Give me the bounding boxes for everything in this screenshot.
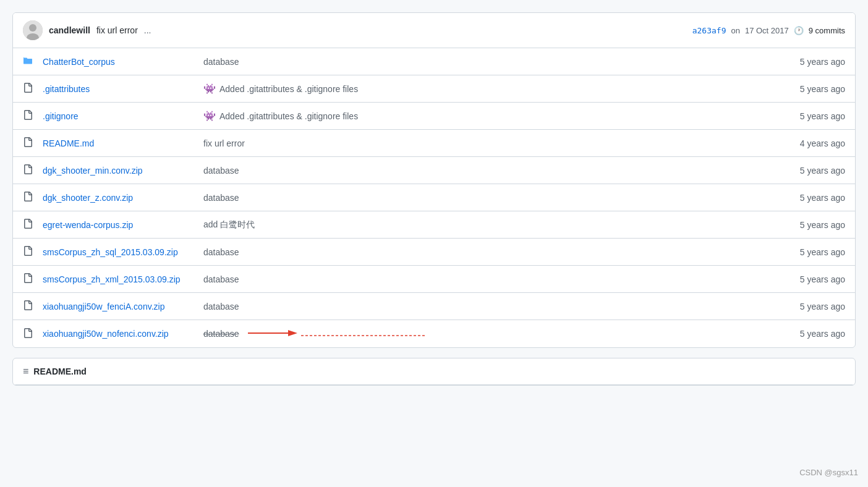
table-row: smsCorpus_zh_xml_2015.03.09.zipdatabase5…	[13, 266, 855, 293]
commit-msg-link[interactable]: database	[203, 57, 239, 67]
file-name: dgk_shooter_min.conv.zip	[43, 166, 203, 176]
commit-date: 17 Oct 2017	[745, 26, 789, 35]
file-icon	[23, 137, 38, 149]
file-name-link[interactable]: dgk_shooter_min.conv.zip	[43, 166, 143, 176]
commit-message-cell: 👾Added .gitattributes & .gitignore files	[203, 110, 771, 122]
commit-message-cell: add 白鹭时代	[203, 219, 771, 231]
svg-point-1	[29, 24, 36, 32]
readme-box: ≡ README.md	[12, 358, 856, 386]
file-icon	[23, 110, 38, 122]
commit-msg-text: database	[203, 329, 239, 339]
file-icon	[23, 83, 38, 95]
commit-message-cell: database	[203, 166, 771, 176]
table-row: dgk_shooter_z.conv.zipdatabase5 years ag…	[13, 184, 855, 211]
commit-msg-link[interactable]: database	[203, 166, 239, 176]
file-name: xiaohuangji50w_nofenci.conv.zip	[43, 329, 203, 339]
list-icon: ≡	[23, 366, 28, 377]
file-age: 5 years ago	[771, 329, 845, 339]
repo-header-right: a263af9 on 17 Oct 2017 🕐 9 commits	[692, 26, 845, 35]
file-name-link[interactable]: xiaohuangji50w_nofenci.conv.zip	[43, 329, 169, 339]
file-icon	[23, 300, 38, 312]
file-age: 5 years ago	[771, 220, 845, 230]
file-name-link[interactable]: xiaohuangji50w_fenciA.conv.zip	[43, 302, 164, 311]
commit-hash[interactable]: a263af9	[692, 26, 726, 35]
commit-msg-link[interactable]: Added .gitattributes & .gitignore files	[219, 84, 358, 94]
commit-msg-link[interactable]: add 白鹭时代	[203, 219, 255, 231]
file-name-link[interactable]: ChatterBot_corpus	[43, 57, 115, 67]
file-icon	[23, 219, 38, 231]
commit-message-cell: database	[203, 57, 771, 67]
commit-message-cell: database	[203, 302, 771, 311]
table-row: egret-wenda-corpus.zipadd 白鹭时代5 years ag…	[13, 211, 855, 239]
commit-msg-link[interactable]: database	[203, 193, 239, 203]
table-row: .gitignore👾Added .gitattributes & .gitig…	[13, 103, 855, 130]
file-name-link[interactable]: README.md	[43, 138, 94, 148]
file-list: ChatterBot_corpusdatabase5 years ago .gi…	[13, 48, 855, 347]
file-icon	[23, 246, 38, 258]
readme-title: README.md	[33, 366, 87, 376]
table-row: smsCorpus_zh_sql_2015.03.09.zipdatabase5…	[13, 239, 855, 266]
file-name-link[interactable]: smsCorpus_zh_sql_2015.03.09.zip	[43, 247, 178, 257]
commit-message-cell: database	[203, 328, 771, 341]
commit-date-prefix: on	[731, 26, 739, 35]
commit-message-cell: database	[203, 274, 771, 284]
history-icon: 🕐	[794, 26, 804, 35]
file-icon	[23, 273, 38, 285]
file-name: smsCorpus_zh_xml_2015.03.09.zip	[43, 274, 203, 284]
file-name-link[interactable]: .gitattributes	[43, 84, 90, 94]
red-arrow-annotation	[248, 328, 297, 341]
table-row: ChatterBot_corpusdatabase5 years ago	[13, 48, 855, 75]
commits-button[interactable]: 9 commits	[809, 26, 845, 35]
commit-msg-link[interactable]: database	[203, 274, 239, 284]
repo-file-browser: candlewill fix url error ... a263af9 on …	[12, 12, 856, 348]
commit-message-cell: 👾Added .gitattributes & .gitignore files	[203, 83, 771, 95]
file-icon	[23, 192, 38, 203]
file-icon	[23, 164, 38, 176]
file-name: smsCorpus_zh_sql_2015.03.09.zip	[43, 247, 203, 257]
file-name-link[interactable]: .gitignore	[43, 111, 79, 121]
commit-msg-link[interactable]: Added .gitattributes & .gitignore files	[219, 111, 358, 121]
file-name: README.md	[43, 138, 203, 148]
repo-header-left: candlewill fix url error ...	[23, 20, 692, 40]
commit-message-cell: database	[203, 193, 771, 203]
file-name-link[interactable]: egret-wenda-corpus.zip	[43, 220, 133, 230]
commit-emoji-icon: 👾	[203, 83, 216, 95]
table-row: dgk_shooter_min.conv.zipdatabase5 years …	[13, 157, 855, 184]
file-name: .gitignore	[43, 111, 203, 121]
file-age: 5 years ago	[771, 166, 845, 176]
file-age: 5 years ago	[771, 247, 845, 257]
commit-message-cell: database	[203, 247, 771, 257]
file-name-link[interactable]: dgk_shooter_z.conv.zip	[43, 193, 133, 203]
commit-author[interactable]: candlewill	[49, 25, 90, 35]
file-age: 5 years ago	[771, 111, 845, 121]
commit-msg-link[interactable]: fix url error	[203, 138, 245, 148]
commit-message-cell: fix url error	[203, 138, 771, 148]
file-name: egret-wenda-corpus.zip	[43, 220, 203, 230]
folder-icon	[23, 56, 38, 67]
file-age: 5 years ago	[771, 84, 845, 94]
table-row: .gitattributes👾Added .gitattributes & .g…	[13, 75, 855, 103]
file-name: .gitattributes	[43, 84, 203, 94]
table-row: README.mdfix url error4 years ago	[13, 130, 855, 157]
file-age: 5 years ago	[771, 302, 845, 311]
table-row: xiaohuangji50w_fenciA.conv.zipdatabase5 …	[13, 293, 855, 320]
file-name: xiaohuangji50w_fenciA.conv.zip	[43, 302, 203, 311]
table-row: xiaohuangji50w_nofenci.conv.zipdatabase …	[13, 320, 855, 347]
file-name: dgk_shooter_z.conv.zip	[43, 193, 203, 203]
file-age: 4 years ago	[771, 138, 845, 148]
file-age: 5 years ago	[771, 193, 845, 203]
file-name-link[interactable]: smsCorpus_zh_xml_2015.03.09.zip	[43, 274, 181, 284]
file-age: 5 years ago	[771, 57, 845, 67]
commit-msg-link[interactable]: database	[203, 247, 239, 257]
dash-line	[301, 329, 425, 339]
commit-message: fix url error	[96, 25, 138, 35]
file-name: ChatterBot_corpus	[43, 57, 203, 67]
commit-msg-link[interactable]: database	[203, 302, 239, 311]
commit-dots-button[interactable]: ...	[144, 25, 151, 35]
commit-emoji-icon: 👾	[203, 110, 216, 122]
file-age: 5 years ago	[771, 274, 845, 284]
avatar	[23, 20, 43, 40]
file-icon	[23, 328, 38, 340]
readme-header: ≡ README.md	[13, 358, 855, 385]
svg-marker-4	[288, 330, 297, 336]
